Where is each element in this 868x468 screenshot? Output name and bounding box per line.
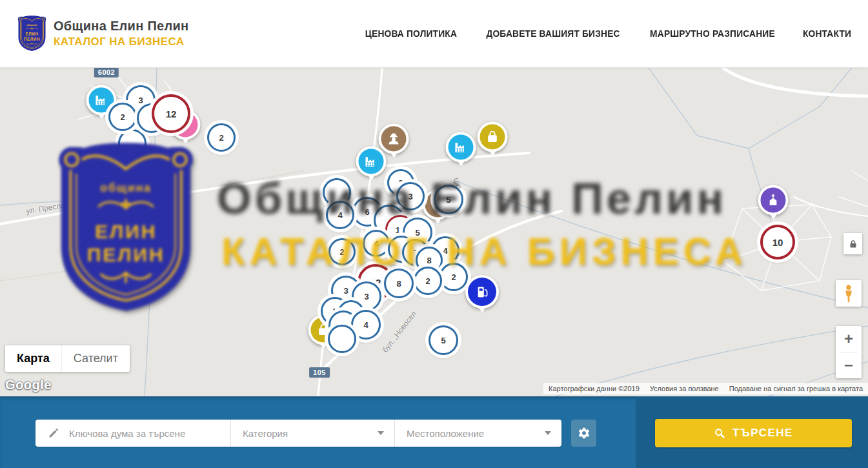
factory-icon [449,135,474,160]
search-input-group: Категория Местоположение [35,420,561,447]
map-pin-church[interactable] [758,185,789,216]
svg-text:община: община [26,24,37,26]
google-logo[interactable]: Google [5,378,52,392]
logo-title: Община Елин Пелин [54,19,189,34]
municipality-crest-icon: община ЕЛИН ПЕЛИН [17,15,46,52]
search-button-label: ТЪРСЕНЕ [732,427,793,440]
map-cluster-marker[interactable]: 5 [429,325,458,355]
advanced-search-settings-button[interactable] [571,420,596,447]
logo-subtitle: КАТАЛОГ НА БИЗНЕСА [54,36,189,48]
map-pin-fuel[interactable] [465,275,499,309]
map-cluster-marker[interactable] [328,325,356,353]
map-data-copyright: Картографски данни ©2019 [549,385,640,392]
map-cluster-marker[interactable]: 10 [760,225,795,259]
map-cluster-marker[interactable]: 3 [396,182,425,210]
map-cluster-marker[interactable]: 2 [108,103,137,131]
map-type-satellite-button[interactable]: Сателит [61,345,130,372]
google-map[interactable]: 3251222356471354227482212833383451060021… [0,68,868,396]
pegman-icon [842,284,856,303]
map-cluster-marker[interactable]: 12 [152,94,190,133]
category-select-value: Категория [243,428,288,439]
road-number-badge: 105 [309,367,330,378]
search-bar: Категория Местоположение ТЪРСЕНЕ [0,396,868,468]
gear-icon [578,427,590,440]
keyword-search-input[interactable] [68,427,222,440]
map-pin-shopping-bag[interactable] [478,122,508,152]
map-cluster-marker[interactable] [118,129,146,158]
category-select[interactable]: Категория [231,420,395,447]
map-pin-worker[interactable] [379,124,409,154]
factory-icon [359,149,384,174]
search-submit-button[interactable]: ТЪРСЕНЕ [655,419,852,447]
street-label: ул. Преслав [25,200,70,216]
location-select[interactable]: Местоположение [395,420,561,447]
site-header: община ЕЛИН ПЕЛИН Община Елин Пелин КАТА… [0,0,868,68]
fuel-icon [468,278,496,306]
church-icon [761,188,786,213]
street-label: бул. „Новосел [380,309,418,354]
map-cluster-marker[interactable]: 4 [363,230,390,257]
nav-item-pricing[interactable]: ЦЕНОВА ПОЛИТИКА [365,28,457,39]
worker-icon [381,127,407,152]
map-cluster-marker[interactable]: 2 [439,263,468,291]
map-type-map-button[interactable]: Карта [5,345,61,372]
zoom-out-button[interactable]: − [836,352,862,378]
nav-item-transport-schedule[interactable]: МАРШРУТНО РАЗПИСАНИЕ [650,28,775,39]
map-cluster-marker[interactable]: 4 [326,201,354,229]
chevron-down-icon [378,431,384,435]
map-cluster-marker[interactable]: 2 [414,267,442,295]
lock-icon [848,239,858,249]
search-icon [714,427,725,439]
map-pin-factory[interactable] [446,132,476,163]
map-pin-factory[interactable] [356,147,387,177]
location-select-value: Местоположение [407,428,484,439]
logo-text: Община Елин Пелин КАТАЛОГ НА БИЗНЕСА [54,19,189,48]
street-view-pegman-button[interactable] [836,280,862,307]
zoom-in-button[interactable]: + [836,326,862,352]
svg-text:ПЕЛИН: ПЕЛИН [24,37,40,41]
site-logo[interactable]: община ЕЛИН ПЕЛИН Община Елин Пелин КАТА… [17,15,189,52]
street-label: ци“ [452,177,463,190]
map-cluster-marker[interactable]: 8 [384,269,414,298]
svg-text:ЕЛИН: ЕЛИН [25,32,38,36]
lock-scroll-button[interactable] [843,233,862,254]
terms-of-use-link[interactable]: Условия за ползване [650,385,719,392]
nav-item-add-business[interactable]: ДОБАВЕТЕ ВАШИЯТ БИЗНЕС [486,28,620,39]
chevron-down-icon [545,431,551,435]
shopping-bag-icon [480,125,505,150]
map-cluster-marker[interactable]: 2 [328,238,356,265]
pencil-icon [48,427,59,439]
report-map-error-link[interactable]: Подаване на сигнал за грешка в картата [729,385,863,392]
map-marker-layer: 3251222356471354227482212833383451060021… [0,68,868,396]
keyword-segment [35,420,231,447]
map-type-control: Карта Сателит [5,345,130,372]
nav-item-contacts[interactable]: КОНТАКТИ [803,28,851,39]
map-cluster-marker[interactable]: 2 [207,123,236,152]
main-nav: ЦЕНОВА ПОЛИТИКА ДОБАВЕТЕ ВАШИЯТ БИЗНЕС М… [363,0,853,67]
road-number-badge: 6002 [94,68,119,77]
map-attribution: Картографски данни ©2019 Условия за полз… [543,383,868,394]
zoom-control: + − [836,326,862,378]
